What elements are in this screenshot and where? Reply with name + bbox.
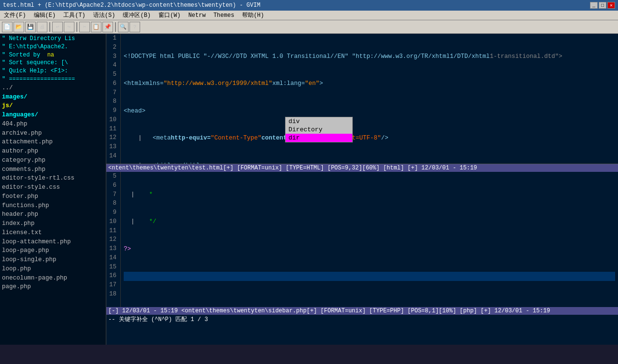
file-404[interactable]: 404.php <box>0 120 106 129</box>
toolbar-cut[interactable]: ✂ <box>79 22 90 32</box>
maximize-button[interactable]: □ <box>599 2 606 9</box>
menu-item-b[interactable]: 缓冲区(B) <box>121 11 153 20</box>
title-bar-controls: _ □ ✕ <box>590 2 615 9</box>
netrw-info1: " Netrw Directory Lis <box>0 35 106 43</box>
file-loop-attachment[interactable]: loop-attachment.php <box>0 238 106 247</box>
toolbar-sep2 <box>76 22 77 32</box>
file-dir-languages[interactable]: languages/ <box>0 111 106 120</box>
autocomplete-popup[interactable]: div Directory dir <box>285 117 353 142</box>
toolbar-help[interactable]: ? <box>129 22 140 32</box>
autocomplete-item-directory[interactable]: Directory <box>286 126 352 134</box>
file-dir-images[interactable]: images/ <box>0 93 106 102</box>
toolbar-copy[interactable]: 📋 <box>91 22 101 32</box>
file-archive[interactable]: archive.php <box>0 129 106 138</box>
toolbar-redo[interactable]: ↪ <box>64 22 74 32</box>
code-line-4: | <meta http-equiv="Content-Type" conten… <box>124 134 615 143</box>
line-numbers-bottom: 5 6 7 8 9 10 11 12 13 14 15 16 17 18 <box>106 172 121 307</box>
code-line-1: <!DOCTYPE html PUBLIC "-//W3C//DTD XHTML… <box>124 52 615 61</box>
file-header[interactable]: header.php <box>0 210 106 219</box>
toolbar-undo[interactable]: ↩ <box>52 22 63 32</box>
menu-bar: 文件(F)编辑(E)工具(T)语法(S)缓冲区(B)窗口(W)NetrwThem… <box>0 11 618 20</box>
bottom-line-6: | */ <box>124 217 615 226</box>
toolbar-paste[interactable]: 📌 <box>102 22 113 32</box>
autocomplete-header: div <box>286 117 352 126</box>
toolbar-save[interactable]: 💾 <box>25 22 36 32</box>
netrw-info2: " E:\httpd\Apache2. <box>0 43 106 51</box>
file-editor-style[interactable]: editor-style.css <box>0 183 106 192</box>
bottom-line-9 <box>124 299 615 308</box>
file-browser: " Netrw Directory Lis " E:\httpd\Apache2… <box>0 34 106 345</box>
file-category[interactable]: category.php <box>0 156 106 165</box>
title-text: test.html + (E:\httpd\Apache2.2\htdocs\w… <box>3 2 260 9</box>
netrw-sep: " =================== <box>0 75 106 84</box>
top-status-text: <ntent\themes\twentyten\test.html[+] [FO… <box>108 165 477 171</box>
file-loop[interactable]: loop.php <box>0 265 106 274</box>
toolbar-open[interactable]: 📂 <box>14 22 24 32</box>
toolbar-sep1 <box>49 22 50 32</box>
file-loop-page[interactable]: loop-page.php <box>0 246 106 255</box>
editor-panel: 1 2 3 4 5 6 7 8 9 10 11 12 13 14 <!DOCTY… <box>106 34 618 345</box>
toolbar-print[interactable]: 🖨 <box>37 22 47 32</box>
bottom-line-8 <box>124 272 615 281</box>
file-page[interactable]: page.php <box>0 282 106 292</box>
code-top[interactable]: <!DOCTYPE html PUBLIC "-//W3C//DTD XHTML… <box>121 34 618 164</box>
toolbar-search[interactable]: 🔍 <box>118 22 129 32</box>
code-line-3: <head> <box>124 107 615 116</box>
netrw-info3: " Sorted by na <box>0 51 106 59</box>
command-line: -- 关键字补全 (^N^P) 匹配 1 / 3 <box>106 315 618 323</box>
menu-item-e[interactable]: 编辑(E) <box>32 11 58 20</box>
code-line-5: | <title></title> <box>124 161 615 164</box>
bottom-line-7: ?> <box>124 245 615 254</box>
file-attachment[interactable]: attachment.php <box>0 138 106 147</box>
minimize-button[interactable]: _ <box>590 2 598 9</box>
menu-item-h[interactable]: 帮助(H) <box>240 11 266 20</box>
bottom-editor-pane[interactable]: 5 6 7 8 9 10 11 12 13 14 15 16 17 18 | *… <box>106 172 618 307</box>
close-button[interactable]: ✕ <box>607 2 615 9</box>
file-loop-single[interactable]: loop-single.php <box>0 255 106 265</box>
toolbar: 📄 📂 💾 🖨 ↩ ↪ ✂ 📋 📌 🔍 ? <box>0 20 618 34</box>
menu-item-s[interactable]: 语法(S) <box>91 11 117 20</box>
menu-item-f[interactable]: 文件(F) <box>2 11 28 20</box>
line-numbers-top: 1 2 3 4 5 6 7 8 9 10 11 12 13 14 <box>106 34 121 164</box>
code-line-2: <html xmlns="http://www.w3.org/1999/xhtm… <box>124 79 615 88</box>
title-bar: test.html + (E:\httpd\Apache2.2\htdocs\w… <box>0 0 618 11</box>
autocomplete-item-dir[interactable]: dir <box>286 134 352 142</box>
file-index[interactable]: index.php <box>0 219 106 228</box>
bottom-status-text: [-] 12/03/01 - 15:19 <ontent\themes\twen… <box>108 308 550 314</box>
file-footer[interactable]: footer.php <box>0 192 106 201</box>
file-license[interactable]: license.txt <box>0 228 106 238</box>
menu-item-themes[interactable]: Themes <box>212 12 236 19</box>
cmd-line-text: -- 关键字补全 (^N^P) 匹配 1 / 3 <box>108 316 208 323</box>
file-comments[interactable]: comments.php <box>0 165 106 174</box>
menu-item-t[interactable]: 工具(T) <box>61 11 87 20</box>
netrw-info5: " Quick Help: <F1>: <box>0 67 106 75</box>
top-editor-pane[interactable]: 1 2 3 4 5 6 7 8 9 10 11 12 13 14 <!DOCTY… <box>106 34 618 164</box>
menu-item-w[interactable]: 窗口(W) <box>157 11 183 20</box>
file-parent[interactable]: ../ <box>0 84 106 93</box>
code-bottom[interactable]: | * | */ ?> | | <div id="primary" class=… <box>121 172 618 307</box>
toolbar-new[interactable]: 📄 <box>2 22 13 32</box>
file-editor-rtl[interactable]: editor-style-rtl.css <box>0 174 106 183</box>
menu-item-netrw[interactable]: Netrw <box>187 12 208 19</box>
main-area: " Netrw Directory Lis " E:\httpd\Apache2… <box>0 34 618 345</box>
netrw-info4: " Sort sequence: [\ <box>0 59 106 67</box>
bottom-pane-status: [-] 12/03/01 - 15:19 <ontent\themes\twen… <box>106 307 618 315</box>
file-author[interactable]: author.php <box>0 147 106 156</box>
file-onecolumn[interactable]: onecolumn-page.php <box>0 274 106 283</box>
toolbar-sep3 <box>115 22 116 32</box>
file-dir-js[interactable]: js/ <box>0 101 106 111</box>
bottom-line-5: | * <box>124 190 615 199</box>
file-functions[interactable]: functions.php <box>0 201 106 210</box>
top-pane-status: <ntent\themes\twentyten\test.html[+] [FO… <box>106 164 618 172</box>
